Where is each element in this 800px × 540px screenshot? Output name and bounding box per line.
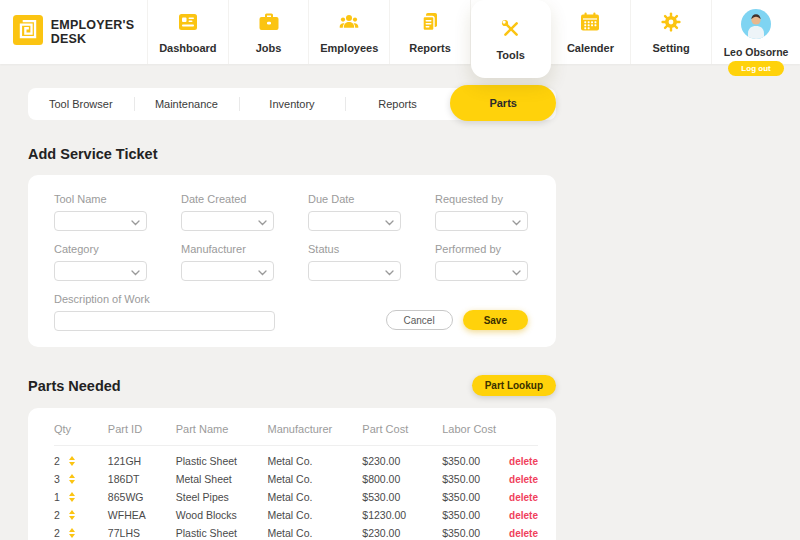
nav-tab-jobs[interactable]: Jobs	[229, 0, 310, 64]
part-name-cell: Plastic Sheet	[176, 446, 268, 471]
subnav-tab-maintenance[interactable]: Maintenance	[134, 88, 240, 120]
col-header-actions	[509, 410, 538, 446]
table-row: 2 121GH Plastic Sheet Metal Co. $230.00 …	[54, 446, 538, 471]
nav-tab-label: Employees	[320, 42, 378, 54]
subnav-tab-reports[interactable]: Reports	[345, 88, 451, 120]
nav-tab-calender[interactable]: Calender	[551, 0, 632, 64]
manufacturer-cell: Metal Co.	[267, 506, 362, 524]
nav-tab-employees[interactable]: Employees	[309, 0, 390, 64]
delete-link[interactable]: delete	[509, 474, 538, 485]
col-header-part-id: Part ID	[108, 410, 176, 446]
qty-stepper[interactable]	[69, 510, 75, 520]
labor-cost-cell: $350.00	[442, 470, 509, 488]
reports-icon	[418, 10, 442, 38]
tools-icon	[499, 17, 523, 45]
qty-stepper[interactable]	[69, 456, 75, 466]
brand-logo[interactable]: EMPLOYER'SDESK	[0, 0, 148, 64]
part-cost-cell: $1230.00	[362, 506, 442, 524]
tools-subnav: Tool Browser Maintenance Inventory Repor…	[28, 88, 556, 120]
qty-value: 2	[54, 509, 60, 521]
labor-cost-cell: $350.00	[442, 524, 509, 540]
qty-decrease-icon[interactable]	[69, 516, 75, 520]
due-date-label: Due Date	[308, 193, 401, 205]
part-cost-cell: $230.00	[362, 446, 442, 471]
description-label: Description of Work	[54, 293, 275, 305]
description-input[interactable]	[54, 311, 275, 331]
part-id-cell: 121GH	[108, 446, 176, 471]
user-profile-section: Leo Obsorne Log out	[712, 0, 800, 64]
nav-tab-tools[interactable]: Tools	[471, 0, 551, 78]
nav-tab-reports[interactable]: Reports	[390, 0, 471, 64]
logout-button[interactable]: Log out	[728, 61, 783, 76]
labor-cost-cell: $350.00	[442, 446, 509, 471]
status-label: Status	[308, 243, 401, 255]
employees-icon	[337, 10, 361, 38]
qty-decrease-icon[interactable]	[69, 462, 75, 466]
performed-by-select[interactable]	[435, 261, 528, 281]
delete-link[interactable]: delete	[509, 510, 538, 521]
qty-stepper[interactable]	[69, 474, 75, 484]
qty-increase-icon[interactable]	[69, 456, 75, 460]
nav-tab-label: Calender	[567, 42, 614, 54]
delete-link[interactable]: delete	[509, 456, 538, 467]
due-date-field: Due Date	[308, 193, 401, 231]
manufacturer-select[interactable]	[181, 261, 274, 281]
parts-needed-title: Parts Needed	[28, 378, 121, 394]
nav-tab-dashboard[interactable]: Dashboard	[148, 0, 229, 64]
service-ticket-form: Tool Name Date Created Due Date Requeste…	[28, 175, 556, 347]
calendar-icon	[578, 10, 602, 38]
table-row: 1 865WG Steel Pipes Metal Co. $530.00 $3…	[54, 488, 538, 506]
col-header-labor-cost: Labor Cost	[442, 410, 509, 446]
manufacturer-cell: Metal Co.	[267, 470, 362, 488]
category-label: Category	[54, 243, 147, 255]
dashboard-icon	[176, 10, 200, 38]
qty-increase-icon[interactable]	[69, 510, 75, 514]
avatar[interactable]	[741, 9, 771, 43]
qty-value: 1	[54, 491, 60, 503]
part-lookup-button[interactable]: Part Lookup	[472, 375, 556, 396]
part-id-cell: 865WG	[108, 488, 176, 506]
subnav-tab-parts[interactable]: Parts	[450, 85, 556, 121]
category-select[interactable]	[54, 261, 147, 281]
date-created-label: Date Created	[181, 193, 274, 205]
date-created-select[interactable]	[181, 211, 274, 231]
qty-increase-icon[interactable]	[69, 492, 75, 496]
requested-by-select[interactable]	[435, 211, 528, 231]
col-header-part-name: Part Name	[176, 410, 268, 446]
qty-increase-icon[interactable]	[69, 474, 75, 478]
part-cost-cell: $800.00	[362, 470, 442, 488]
part-name-cell: Plastic Sheet	[176, 524, 268, 540]
qty-stepper[interactable]	[69, 528, 75, 538]
briefcase-icon	[257, 10, 281, 38]
nav-tab-setting[interactable]: Setting	[631, 0, 712, 64]
qty-increase-icon[interactable]	[69, 528, 75, 532]
add-service-ticket-title: Add Service Ticket	[28, 146, 800, 162]
subnav-tab-inventory[interactable]: Inventory	[239, 88, 345, 120]
qty-decrease-icon[interactable]	[69, 480, 75, 484]
cancel-button[interactable]: Cancel	[386, 310, 453, 330]
performed-by-field: Performed by	[435, 243, 528, 281]
main-content: Tool Browser Maintenance Inventory Repor…	[0, 64, 800, 540]
description-field: Description of Work	[54, 293, 275, 331]
qty-decrease-icon[interactable]	[69, 498, 75, 502]
nav-tab-label: Dashboard	[159, 42, 216, 54]
delete-link[interactable]: delete	[509, 492, 538, 503]
subnav-tab-tool-browser[interactable]: Tool Browser	[28, 88, 134, 120]
manufacturer-label: Manufacturer	[181, 243, 274, 255]
tool-name-select[interactable]	[54, 211, 147, 231]
status-select[interactable]	[308, 261, 401, 281]
user-name: Leo Obsorne	[724, 46, 789, 58]
chevron-down-icon	[385, 262, 394, 280]
part-id-cell: WFHEA	[108, 506, 176, 524]
delete-link[interactable]: delete	[509, 528, 538, 539]
part-id-cell: 186DT	[108, 470, 176, 488]
save-button[interactable]: Save	[463, 310, 528, 330]
qty-decrease-icon[interactable]	[69, 534, 75, 538]
nav-tab-label: Reports	[409, 42, 451, 54]
category-field: Category	[54, 243, 147, 281]
chevron-down-icon	[385, 212, 394, 230]
qty-stepper[interactable]	[69, 492, 75, 502]
part-cost-cell: $530.00	[362, 488, 442, 506]
due-date-select[interactable]	[308, 211, 401, 231]
qty-value: 2	[54, 455, 60, 467]
